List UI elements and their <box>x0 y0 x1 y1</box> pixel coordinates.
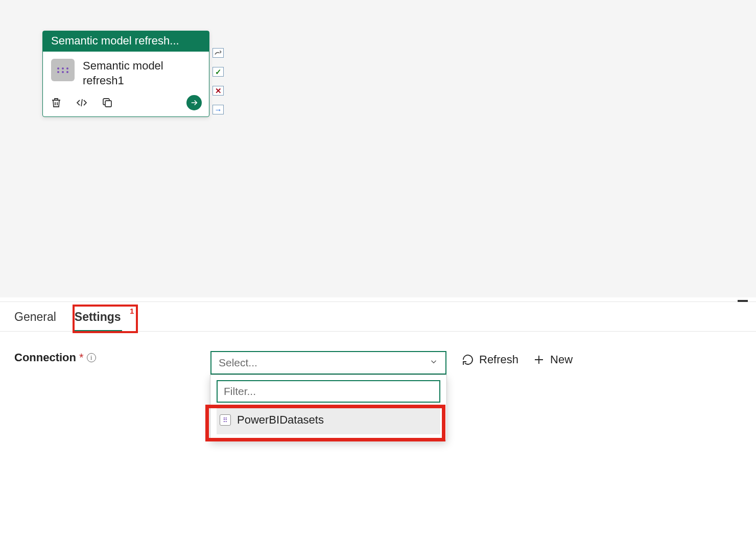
tab-settings[interactable]: Settings <box>74 307 122 331</box>
connection-label-text: Connection <box>14 351 76 364</box>
panel-resize-handle[interactable] <box>738 300 748 302</box>
activity-output-badges: ✓ ✕ → <box>212 48 224 114</box>
dataset-icon: ⠿ <box>220 414 231 426</box>
activity-node-header: Semantic model refresh... <box>43 31 209 52</box>
status-skip-icon[interactable] <box>212 48 224 58</box>
refresh-label: Refresh <box>479 353 518 366</box>
info-icon[interactable]: i <box>87 353 96 362</box>
copy-icon[interactable] <box>101 97 113 109</box>
properties-panel: General Settings Connection * i Select..… <box>0 301 756 560</box>
connection-select-box[interactable]: Select... <box>210 351 446 375</box>
connection-select-placeholder: Select... <box>219 357 257 369</box>
code-icon[interactable] <box>76 97 88 109</box>
connection-dropdown: Filter... ⠿ PowerBIDatasets <box>210 375 447 441</box>
new-button[interactable]: New <box>533 353 573 366</box>
run-activity-button[interactable] <box>186 95 202 110</box>
annotation-number-1: 1 <box>130 307 134 315</box>
new-label: New <box>550 353 573 366</box>
status-failure-icon[interactable]: ✕ <box>212 86 224 96</box>
tab-general[interactable]: General <box>13 307 57 331</box>
pipeline-canvas[interactable]: Semantic model refresh... Semantic model… <box>0 0 756 297</box>
activity-name: Semantic model refresh1 <box>83 59 201 88</box>
status-completion-icon[interactable]: → <box>212 105 224 114</box>
connection-select[interactable]: Select... Filter... ⠿ PowerBIDatasets <box>210 351 446 375</box>
refresh-button[interactable]: Refresh <box>462 353 518 366</box>
connection-option-label: PowerBIDatasets <box>237 413 324 427</box>
activity-type-icon <box>51 59 75 81</box>
connection-option[interactable]: ⠿ PowerBIDatasets <box>217 406 440 434</box>
activity-node[interactable]: Semantic model refresh... Semantic model… <box>42 31 209 117</box>
connection-filter-input[interactable]: Filter... <box>217 380 440 403</box>
activity-node-toolbar <box>43 91 209 116</box>
required-indicator: * <box>79 351 84 364</box>
panel-tabs: General Settings <box>0 302 756 332</box>
status-success-icon[interactable]: ✓ <box>212 67 224 77</box>
svg-rect-0 <box>105 101 111 107</box>
connection-field-row: Connection * i Select... Filter... ⠿ Pow… <box>0 332 756 375</box>
connection-label: Connection * i <box>14 351 205 364</box>
chevron-down-icon <box>429 357 438 369</box>
delete-icon[interactable] <box>50 97 62 109</box>
connection-actions: Refresh New <box>462 351 573 366</box>
activity-node-body: Semantic model refresh1 <box>43 52 209 91</box>
